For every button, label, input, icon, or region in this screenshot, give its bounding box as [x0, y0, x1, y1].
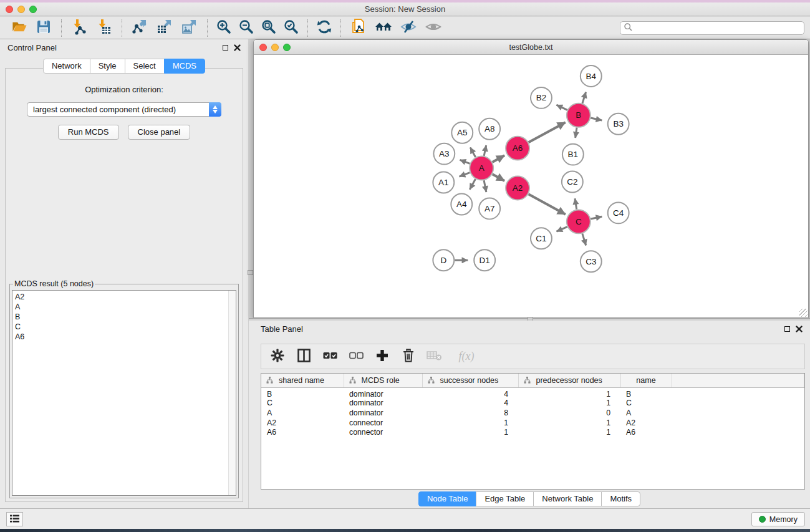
graph-edge-A-A7[interactable]	[484, 180, 486, 192]
add-column-button[interactable]	[374, 347, 391, 366]
graph-edge-B-B2[interactable]	[556, 105, 567, 110]
close-panel-icon[interactable]	[234, 44, 241, 51]
first-neighbors-button[interactable]	[371, 19, 396, 37]
tab-edge-table[interactable]: Edge Table	[476, 491, 534, 506]
show-all-button[interactable]	[421, 19, 446, 37]
column-header-predecessor-nodes[interactable]: predecessor nodes	[518, 374, 620, 387]
column-header-successor-nodes[interactable]: successor nodes	[422, 374, 518, 387]
graph-edge-A-A8[interactable]	[484, 145, 486, 156]
graph-node-B[interactable]: B	[567, 104, 591, 127]
graph-node-C1[interactable]: C1	[531, 228, 552, 249]
search-input[interactable]	[633, 24, 804, 33]
graph-node-A6[interactable]: A6	[506, 137, 529, 160]
table-row-C[interactable]: Cdominator41C	[261, 399, 804, 409]
graph-node-C3[interactable]: C3	[581, 251, 602, 272]
graph-node-C4[interactable]: C4	[608, 202, 629, 223]
close-panel-icon[interactable]	[796, 326, 803, 332]
graph-node-B1[interactable]: B1	[562, 144, 584, 165]
graph-node-D[interactable]: D	[433, 249, 454, 271]
graph-node-A3[interactable]: A3	[433, 143, 455, 165]
export-network-button[interactable]	[127, 19, 152, 37]
graph-node-B2[interactable]: B2	[531, 87, 552, 109]
table-row-A2[interactable]: A2connector11A2	[261, 418, 804, 428]
delete-column-button[interactable]	[400, 347, 417, 366]
tab-select[interactable]: Select	[125, 59, 165, 74]
result-list-scrollbar[interactable]	[228, 291, 236, 495]
result-item-B[interactable]: B	[15, 312, 236, 322]
graph-edge-C-C3[interactable]	[582, 233, 586, 245]
graph-edge-B-B1[interactable]	[576, 128, 577, 138]
network-window-titlebar[interactable]: testGlobe.txt	[254, 40, 808, 55]
table-row-B[interactable]: Bdominator41B	[261, 387, 804, 399]
zoom-fit-button[interactable]	[258, 19, 280, 37]
tab-network-table[interactable]: Network Table	[533, 491, 602, 506]
graph-edge-B-B4[interactable]	[582, 92, 586, 104]
network-canvas[interactable]: AA1A2A3A4A5A6A7A8BB1B2B3B4CC1C2C3C4DD1	[254, 56, 808, 317]
graph-edge-A-A1[interactable]	[460, 173, 470, 177]
task-history-button[interactable]	[6, 512, 23, 526]
column-manager-button[interactable]	[295, 347, 312, 366]
result-item-C[interactable]: C	[15, 322, 236, 332]
graph-edge-A-A5[interactable]	[470, 147, 475, 157]
zoom-selected-button[interactable]	[280, 19, 302, 37]
apply-function-button[interactable]: f(x)	[452, 347, 481, 366]
select-all-button[interactable]	[321, 347, 339, 366]
graph-node-A5[interactable]: A5	[451, 122, 473, 143]
deselect-all-button[interactable]	[347, 347, 365, 366]
column-header-shared-name[interactable]: shared name	[261, 374, 344, 387]
graph-node-C[interactable]: C	[567, 210, 591, 233]
graph-edge-A2-C[interactable]	[529, 194, 566, 215]
graph-edge-C-C2[interactable]	[575, 198, 577, 209]
graph-node-A7[interactable]: A7	[479, 198, 500, 219]
export-image-button[interactable]	[177, 19, 202, 37]
graph-node-D1[interactable]: D1	[474, 249, 495, 271]
close-network-window-button[interactable]	[259, 44, 267, 51]
graph-edge-C-C4[interactable]	[591, 216, 602, 219]
tab-node-table[interactable]: Node Table	[418, 491, 477, 506]
graph-edge-A-A4[interactable]	[470, 179, 475, 190]
zoom-window-button[interactable]	[29, 6, 37, 13]
import-network-button[interactable]	[67, 19, 92, 37]
minimize-network-window-button[interactable]	[271, 44, 279, 51]
refresh-button[interactable]	[313, 19, 335, 37]
zoom-in-button[interactable]	[213, 19, 235, 37]
tab-style[interactable]: Style	[90, 59, 125, 74]
result-item-A6[interactable]: A6	[15, 332, 236, 342]
graph-node-A1[interactable]: A1	[433, 172, 454, 193]
graph-node-A[interactable]: A	[470, 157, 493, 180]
open-file-button[interactable]	[6, 19, 31, 37]
save-session-button[interactable]	[31, 19, 56, 37]
optimization-criterion-select[interactable]: largest connected component (directed)	[27, 102, 221, 117]
close-panel-button[interactable]: Close panel	[128, 125, 191, 140]
graph-edge-A-A3[interactable]	[460, 160, 470, 163]
result-item-A[interactable]: A	[15, 302, 236, 312]
hide-selected-button[interactable]	[396, 19, 421, 37]
export-table-button[interactable]	[152, 19, 177, 37]
graph-edge-A6-B[interactable]	[529, 122, 566, 142]
graph-node-B3[interactable]: B3	[608, 114, 629, 135]
float-panel-icon[interactable]	[784, 326, 790, 332]
graph-node-A8[interactable]: A8	[479, 118, 500, 140]
column-header-name[interactable]: name	[620, 374, 672, 387]
delete-table-button[interactable]	[426, 347, 443, 366]
zoom-out-button[interactable]	[235, 19, 258, 37]
table-row-A6[interactable]: A6connector11A6	[261, 428, 804, 438]
table-row-A[interactable]: Adominator80A	[261, 408, 804, 418]
graph-edge-A-A6[interactable]	[493, 155, 504, 162]
result-item-A2[interactable]: A2	[15, 292, 236, 302]
tab-network[interactable]: Network	[43, 59, 90, 74]
graph-node-A4[interactable]: A4	[451, 193, 472, 215]
float-panel-icon[interactable]	[223, 45, 228, 51]
close-window-button[interactable]	[6, 6, 13, 13]
splitter-handle[interactable]	[248, 270, 253, 275]
window-resize-grip[interactable]	[799, 309, 808, 317]
new-network-from-selection-button[interactable]	[346, 19, 371, 37]
memory-button[interactable]: Memory	[751, 512, 805, 526]
import-table-button[interactable]	[92, 19, 117, 37]
column-header-MCDS-role[interactable]: MCDS role	[344, 374, 422, 387]
graph-node-C2[interactable]: C2	[562, 172, 583, 193]
graph-edge-C-C1[interactable]	[557, 227, 567, 232]
tab-motifs[interactable]: Motifs	[601, 491, 640, 506]
minimize-window-button[interactable]	[17, 6, 25, 13]
graph-edge-B-B3[interactable]	[591, 118, 602, 120]
